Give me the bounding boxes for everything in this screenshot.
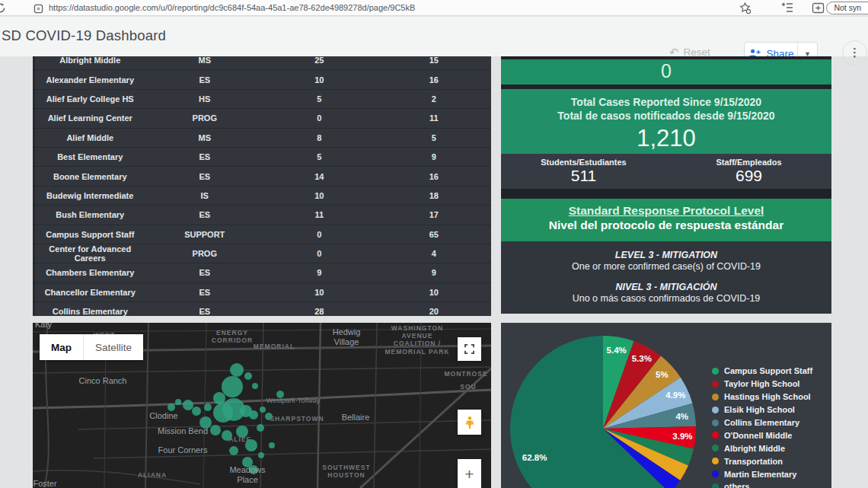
map-bubble[interactable] <box>213 392 225 404</box>
map-bubble[interactable] <box>269 442 275 448</box>
map-bubble[interactable] <box>244 372 252 380</box>
table-cell: 20 <box>377 307 492 316</box>
table-row[interactable]: Albright MiddleMS2515 <box>33 56 491 70</box>
legend-label: Elsik High School <box>724 405 795 414</box>
map-bubble[interactable] <box>249 465 258 474</box>
table-cell: 2 <box>377 94 492 104</box>
table-cell: Alief Early College HS <box>33 94 148 104</box>
map-bubble[interactable] <box>204 403 212 411</box>
satellite-button[interactable]: Satellite <box>84 334 143 360</box>
map-bubble[interactable] <box>210 425 221 435</box>
map-bubble[interactable] <box>168 403 175 411</box>
legend-item[interactable]: Collins Elementary <box>712 416 812 429</box>
table-cell: 14 <box>262 172 377 181</box>
table-cell: 5 <box>262 152 377 161</box>
table-cell: 18 <box>377 191 492 200</box>
table-cell: ES <box>148 172 263 181</box>
map-bubble[interactable] <box>192 407 201 416</box>
total-cases-value: 1,210 <box>501 125 831 152</box>
fullscreen-button[interactable] <box>458 337 481 361</box>
table-cell: 65 <box>377 230 492 239</box>
map-bubble[interactable] <box>199 416 212 429</box>
total-cases-title-es: Total de casos notificados desde 9/15/20… <box>501 109 831 123</box>
site-info-icon[interactable] <box>34 3 43 13</box>
legend-item[interactable]: Taylor High School <box>712 378 812 391</box>
table-cell: 17 <box>377 210 492 219</box>
zoom-in-button[interactable]: + <box>458 459 481 488</box>
legend-label: Taylor High School <box>724 379 799 388</box>
table-row[interactable]: Boone ElementaryES1416 <box>33 167 491 186</box>
legend-label: Martin Elementary <box>724 470 796 479</box>
legend-color-dot <box>712 470 719 477</box>
table-cell: 10 <box>377 288 492 297</box>
table-cell: 9 <box>377 152 492 161</box>
table-cell: Alief Middle <box>33 133 148 142</box>
map-bubble[interactable] <box>183 400 193 410</box>
schools-cases-table: Albright MiddleMS2515Alexander Elementar… <box>33 56 491 316</box>
map-bubble[interactable] <box>260 407 266 413</box>
pie-legend: Campus Support StaffTaylor High SchoolHa… <box>712 365 812 488</box>
map-bubble[interactable] <box>257 424 264 432</box>
reload-icon[interactable] <box>0 2 6 14</box>
pegman-button[interactable] <box>458 410 481 435</box>
cases-map[interactable]: KatyWESTENERGY CORRIDORMEMORIALHedwig Vi… <box>33 323 491 488</box>
table-row[interactable]: Best ElementaryES59 <box>33 148 491 167</box>
legend-item[interactable]: Albright Middle <box>712 442 812 455</box>
map-bubble[interactable] <box>222 376 243 397</box>
map-bubble[interactable] <box>236 426 248 438</box>
legend-color-dot <box>712 458 719 464</box>
map-bubble[interactable] <box>276 391 284 398</box>
table-cell: 11 <box>377 113 492 123</box>
map-bubble[interactable] <box>230 363 244 377</box>
table-row[interactable]: Chambers ElementaryES99 <box>33 263 491 282</box>
table-cell: 25 <box>262 56 377 65</box>
url-text[interactable]: https://datastudio.google.com/u/0/report… <box>49 3 415 12</box>
legend-item[interactable]: others <box>712 480 812 488</box>
table-row[interactable]: Alief Early College HSHS52 <box>33 90 491 109</box>
table-cell: ES <box>148 75 263 85</box>
map-bubble[interactable] <box>252 383 258 389</box>
sync-status-button[interactable]: Not syn <box>826 2 868 14</box>
legend-item[interactable]: Transportation <box>712 455 812 467</box>
legend-item[interactable]: Elsik High School <box>712 403 812 416</box>
table-row[interactable]: Bush ElementaryES1117 <box>33 206 491 225</box>
table-row[interactable]: Budewig IntermediateIS1018 <box>33 187 491 206</box>
map-bubble[interactable] <box>265 413 273 420</box>
map-bubble[interactable] <box>222 430 232 441</box>
tab-actions-icon[interactable] <box>812 2 825 14</box>
table-row[interactable]: Alief MiddleMS85 <box>33 129 491 148</box>
protocol-level-panel: LEVEL 3 - MITIGATION One or more confirm… <box>501 241 831 314</box>
legend-item[interactable]: Hastings High School <box>712 391 812 403</box>
cases-pie-chart: Campus Support StaffTaylor High SchoolHa… <box>501 323 831 488</box>
legend-item[interactable]: O'Donnell Middle <box>712 429 812 442</box>
favorites-star-icon[interactable] <box>739 2 752 14</box>
table-cell: PROG <box>148 249 263 258</box>
map-bubble[interactable] <box>245 439 257 451</box>
table-row[interactable]: Center for Advanced CareersPROG04 <box>33 244 491 263</box>
table-cell: ES <box>148 152 263 161</box>
legend-color-dot <box>712 419 719 426</box>
table-cell: 5 <box>262 94 377 104</box>
table-cell: 9 <box>262 268 377 277</box>
legend-label: others <box>724 482 750 488</box>
legend-item[interactable]: Martin Elementary <box>712 467 812 480</box>
table-row[interactable]: Chancellor ElementaryES1010 <box>33 283 491 302</box>
total-cases-banner: Total Cases Reported Since 9/15/2020 Tot… <box>501 89 831 154</box>
table-row[interactable]: Campus Support StaffSUPPORT065 <box>33 225 491 244</box>
table-cell: 28 <box>262 307 377 316</box>
map-button[interactable]: Map <box>40 334 84 360</box>
legend-color-dot <box>712 407 719 413</box>
map-bubble[interactable] <box>258 452 264 458</box>
map-bubble[interactable] <box>249 410 258 419</box>
dashboard-canvas: Albright MiddleMS2515Alexander Elementar… <box>0 56 868 488</box>
table-row[interactable]: Alief Learning CenterPROG011 <box>33 109 491 128</box>
table-cell: MS <box>148 56 263 65</box>
table-row[interactable]: Alexander ElementaryES1016 <box>33 70 491 89</box>
map-bubble[interactable] <box>229 446 238 455</box>
protocol-level-en: LEVEL 3 - MITIGATION <box>501 250 831 260</box>
legend-label: O'Donnell Middle <box>724 431 792 440</box>
map-bubble[interactable] <box>175 399 181 405</box>
legend-item[interactable]: Campus Support Staff <box>712 365 812 378</box>
table-row[interactable]: Collins ElementaryES2820 <box>33 302 491 316</box>
collections-icon[interactable] <box>781 2 794 14</box>
